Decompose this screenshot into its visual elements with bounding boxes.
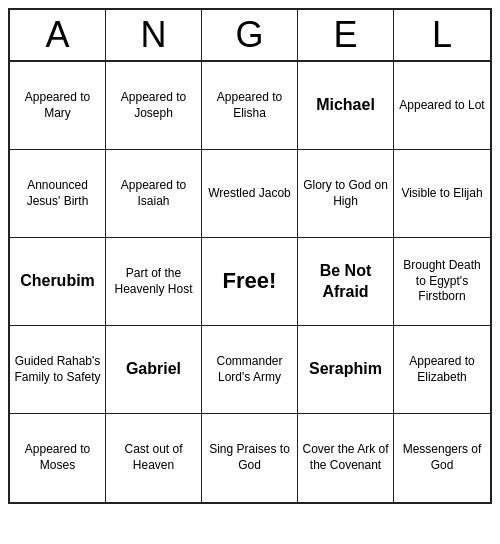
bingo-cell-22[interactable]: Sing Praises to God	[202, 414, 298, 502]
bingo-cell-3[interactable]: Michael	[298, 62, 394, 150]
bingo-cell-8[interactable]: Glory to God on High	[298, 150, 394, 238]
bingo-cell-2[interactable]: Appeared to Elisha	[202, 62, 298, 150]
bingo-cell-6[interactable]: Appeared to Isaiah	[106, 150, 202, 238]
bingo-cell-16[interactable]: Gabriel	[106, 326, 202, 414]
header-letter-n: N	[106, 10, 202, 60]
header-letter-a: A	[10, 10, 106, 60]
bingo-cell-12[interactable]: Free!	[202, 238, 298, 326]
bingo-cell-18[interactable]: Seraphim	[298, 326, 394, 414]
bingo-card: ANGEL Appeared to MaryAppeared to Joseph…	[8, 8, 492, 504]
bingo-cell-19[interactable]: Appeared to Elizabeth	[394, 326, 490, 414]
bingo-cell-7[interactable]: Wrestled Jacob	[202, 150, 298, 238]
header-letter-e: E	[298, 10, 394, 60]
bingo-cell-5[interactable]: Announced Jesus' Birth	[10, 150, 106, 238]
bingo-header: ANGEL	[10, 10, 490, 62]
bingo-cell-13[interactable]: Be Not Afraid	[298, 238, 394, 326]
bingo-cell-1[interactable]: Appeared to Joseph	[106, 62, 202, 150]
bingo-cell-21[interactable]: Cast out of Heaven	[106, 414, 202, 502]
bingo-cell-24[interactable]: Messengers of God	[394, 414, 490, 502]
header-letter-l: L	[394, 10, 490, 60]
bingo-cell-10[interactable]: Cherubim	[10, 238, 106, 326]
bingo-cell-4[interactable]: Appeared to Lot	[394, 62, 490, 150]
bingo-cell-23[interactable]: Cover the Ark of the Covenant	[298, 414, 394, 502]
bingo-cell-9[interactable]: Visible to Elijah	[394, 150, 490, 238]
bingo-cell-15[interactable]: Guided Rahab's Family to Safety	[10, 326, 106, 414]
bingo-grid: Appeared to MaryAppeared to JosephAppear…	[10, 62, 490, 502]
bingo-cell-11[interactable]: Part of the Heavenly Host	[106, 238, 202, 326]
bingo-cell-0[interactable]: Appeared to Mary	[10, 62, 106, 150]
bingo-cell-17[interactable]: Commander Lord's Army	[202, 326, 298, 414]
bingo-cell-14[interactable]: Brought Death to Egypt's Firstborn	[394, 238, 490, 326]
bingo-cell-20[interactable]: Appeared to Moses	[10, 414, 106, 502]
header-letter-g: G	[202, 10, 298, 60]
